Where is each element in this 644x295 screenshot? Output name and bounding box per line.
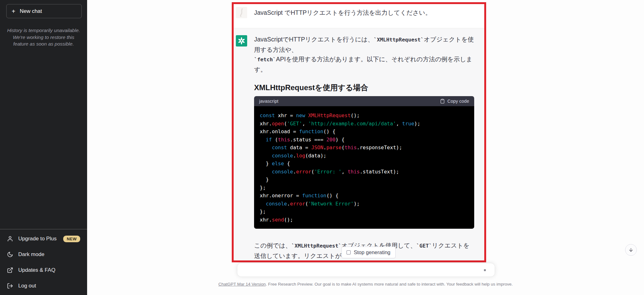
new-chat-button[interactable]: + New chat [6,4,82,18]
code-block: javascript Copy code const xhr = new XML… [254,96,474,229]
sidebar-item-label: Log out [18,283,36,289]
sidebar-item-label: Dark mode [18,251,44,258]
user-avatar [236,7,247,18]
moon-icon [7,251,13,258]
openai-logo-icon [237,37,246,45]
version-link[interactable]: ChatGPT Mar 14 Version [218,282,266,287]
footer-disclaimer: ChatGPT Mar 14 Version. Free Research Pr… [87,282,644,287]
conversation-annotated-region: JavaScript でHTTPリクエストを行う方法を出力してください。 [232,2,486,262]
sidebar-item-logout[interactable]: Log out [3,278,84,294]
code-block-header: javascript Copy code [254,96,474,106]
copy-code-button[interactable]: Copy code [440,99,469,104]
scroll-to-bottom-button[interactable] [625,244,637,256]
code-content: const xhr = new XMLHttpRequest();xhr.ope… [254,106,474,229]
sidebar-item-updates-faq[interactable]: Updates & FAQ [3,262,84,278]
history-unavailable-notice: History is temporarily unavailable.We're… [4,27,83,47]
new-badge: NEW [63,236,80,242]
code-language-label: javascript [259,99,278,104]
user-avatar-image [236,7,247,18]
assistant-message-row: JavaScriptでHTTPリクエストを行うには、`XMLHttpReques… [234,28,484,260]
message-input[interactable] [237,263,495,277]
stop-generating-label: Stop generating [354,249,391,255]
arrow-down-icon [628,247,634,253]
logout-icon [7,283,13,289]
assistant-avatar [236,35,247,46]
stop-icon [347,250,351,254]
person-icon [7,236,13,242]
sidebar-item-upgrade[interactable]: Upgrade to Plus NEW [3,231,84,247]
copy-code-label: Copy code [447,99,469,104]
plus-icon: + [12,8,15,14]
section-heading: XMLHttpRequestを使用する場合 [254,83,474,93]
footer-text: . Free Research Preview. Our goal is to … [266,282,513,287]
sidebar-bottom-menu: Upgrade to Plus NEW Dark mode Updates & … [0,229,87,294]
sidebar-item-label: Updates & FAQ [18,267,55,273]
clipboard-icon [440,99,445,104]
stop-generating-button[interactable]: Stop generating [341,247,396,258]
sidebar-item-label: Upgrade to Plus [18,236,57,242]
new-chat-label: New chat [20,8,42,14]
user-message-text: JavaScript でHTTPリクエストを行う方法を出力してください。 [254,8,474,17]
sidebar-item-dark-mode[interactable]: Dark mode [3,247,84,262]
sidebar: + New chat History is temporarily unavai… [0,0,87,295]
chatgpt-app: + New chat History is temporarily unavai… [0,0,644,295]
user-message-row: JavaScript でHTTPリクエストを行う方法を出力してください。 [234,4,484,28]
assistant-intro-paragraph: JavaScriptでHTTPリクエストを行うには、`XMLHttpReques… [254,35,474,74]
external-link-icon [7,267,13,273]
send-icon[interactable] [484,269,486,271]
